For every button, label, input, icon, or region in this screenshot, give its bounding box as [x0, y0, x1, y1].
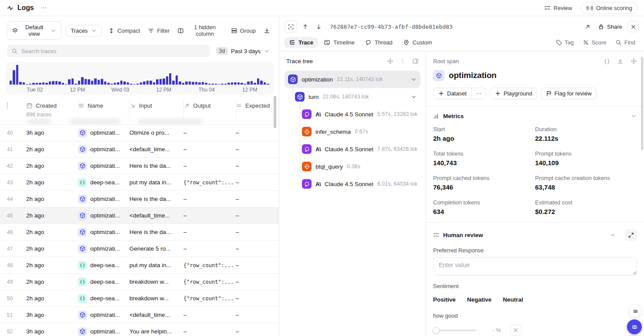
- range-badge: 3d: [216, 47, 228, 55]
- tree-item-infer-schema[interactable]: infer_schema0.67s: [285, 123, 420, 140]
- column-header-created[interactable]: Created896 traces: [26, 102, 78, 118]
- select-all-checkbox[interactable]: [7, 102, 8, 109]
- playground-button[interactable]: Playground: [490, 88, 537, 99]
- open-fullpage-button[interactable]: [583, 22, 593, 32]
- tag-button[interactable]: Tag: [552, 37, 577, 48]
- search-input[interactable]: [21, 48, 206, 54]
- move-icon[interactable]: [630, 58, 637, 64]
- prev-trace-button[interactable]: [300, 22, 310, 32]
- histogram-bar: [62, 83, 64, 85]
- review-button[interactable]: Review: [542, 3, 575, 13]
- column-header-name[interactable]: Name: [78, 102, 129, 109]
- histogram-bar: [185, 81, 187, 85]
- close-panel-button[interactable]: [627, 21, 639, 32]
- tree-item-claude-4-5-sonnet[interactable]: A\Claude 4.5 Sonnet6.01s, 64034 tok: [285, 175, 420, 193]
- tab-custom[interactable]: Custom: [399, 37, 437, 48]
- list-scrollbar[interactable]: [274, 96, 276, 128]
- table-row[interactable]: 482h ago()deep-sea...put my data in...{"…: [0, 257, 279, 273]
- export-button[interactable]: [262, 25, 272, 36]
- focus-trace-button[interactable]: [285, 20, 297, 33]
- group-button[interactable]: Group: [229, 25, 258, 36]
- tree-item-claude-4-5-sonnet[interactable]: A\Claude 4.5 Sonnet7.87s, 63426 tok: [285, 140, 420, 158]
- table-row[interactable]: 452h agooptimizati...<default_time...––: [0, 207, 279, 224]
- expand-review-button[interactable]: [625, 229, 637, 241]
- table-row[interactable]: 462h agooptimizati...Here is the da...––: [0, 224, 279, 240]
- human-review-section-header[interactable]: Human review: [433, 229, 637, 241]
- cube-icon: [288, 75, 298, 84]
- page-menu-button[interactable]: ⋯: [37, 2, 49, 14]
- floating-menu-button[interactable]: [629, 305, 642, 318]
- filter-button[interactable]: Filter: [146, 25, 171, 36]
- histogram-bar: [65, 84, 67, 85]
- span-name: btql_query: [315, 163, 343, 170]
- expand-all-icon[interactable]: [387, 58, 393, 64]
- tab-label: Thread: [375, 39, 393, 46]
- table-row[interactable]: 502h ago()deep-sea...breakdown w...{"row…: [0, 290, 279, 306]
- column-header-expected[interactable]: Expected: [236, 102, 272, 109]
- table-row[interactable]: 412h agooptimizati...<default_time...––: [0, 141, 279, 157]
- online-scoring-button[interactable]: Online scoring: [581, 2, 638, 14]
- checklist-icon: [433, 232, 440, 238]
- span-meta: 22.06s, 140743 tok: [322, 94, 407, 100]
- axis-tick-label: Wed 03: [112, 87, 129, 93]
- trace-histogram[interactable]: Tue 0212 PMWed 0312 PMThu 0412 PM: [5, 61, 274, 95]
- dataset-more-button[interactable]: ⋯: [471, 88, 486, 99]
- metrics-section-header[interactable]: Metrics: [433, 113, 637, 119]
- table-row[interactable]: 422h agooptimizati...Here is the da...––: [0, 157, 279, 174]
- chevron-down-icon[interactable]: [410, 94, 417, 100]
- flag-for-review-button[interactable]: Flag for review: [541, 88, 597, 99]
- assistant-fab[interactable]: [627, 319, 642, 334]
- score-button[interactable]: Score: [579, 37, 610, 48]
- table-row[interactable]: 432h ago()deep-sea...put my data in...{"…: [0, 174, 279, 190]
- share-button[interactable]: Share: [598, 24, 622, 30]
- histogram-bar: [195, 82, 197, 85]
- cube-icon: [78, 129, 87, 137]
- sentiment-positive[interactable]: Positive: [433, 295, 456, 305]
- histogram-bar: [85, 79, 87, 85]
- cube-icon: [78, 145, 87, 154]
- download-icon[interactable]: [617, 58, 624, 64]
- search-box[interactable]: [7, 45, 210, 57]
- next-trace-button[interactable]: [314, 22, 324, 32]
- preferred-response-input[interactable]: [433, 257, 637, 275]
- table-row[interactable]: 513h agooptimizati...<default_time...––: [0, 306, 279, 323]
- histogram-bar: [215, 84, 217, 85]
- tree-item-btql-query[interactable]: btql_query0.36s: [285, 158, 420, 175]
- table-row[interactable]: 492h ago()deep-sea...breakdown w...{"row…: [0, 273, 279, 290]
- json-view-button[interactable]: {}: [604, 58, 610, 64]
- collapse-panel-icon[interactable]: [412, 58, 419, 64]
- sentiment-negative[interactable]: Negative: [467, 295, 491, 305]
- tab-thread[interactable]: Thread: [361, 37, 397, 48]
- table-row[interactable]: 442h agooptimizati...Here is the da...––: [0, 190, 279, 207]
- column-header-output[interactable]: Output: [183, 102, 236, 109]
- tab-timeline[interactable]: Timeline: [319, 37, 359, 48]
- histogram-bar: [251, 81, 253, 85]
- cell-name: ()deep-sea...: [78, 278, 129, 286]
- find-button[interactable]: Find: [612, 37, 639, 48]
- table-row[interactable]: 523h agooptimizati...You are helpin...––: [0, 323, 279, 336]
- tab-trace[interactable]: Trace: [285, 37, 318, 48]
- date-range-selector[interactable]: 3d Past 3 days: [214, 46, 272, 56]
- table-row[interactable]: 403h agooptimizati...Otimize o pro...––: [0, 124, 279, 141]
- tree-item-optimization[interactable]: optimization22.11s, 140743 tok: [285, 71, 420, 88]
- table-row[interactable]: 472h agooptimizati...Generate 5 ro...––: [0, 240, 279, 257]
- detail-scrollbar[interactable]: [641, 57, 643, 150]
- tree-item-turn[interactable]: turn22.06s, 140743 tok: [285, 88, 420, 105]
- column-header-input[interactable]: Input: [129, 102, 183, 109]
- view-selector[interactable]: Default view: [7, 21, 61, 40]
- traces-selector[interactable]: Traces: [66, 25, 102, 37]
- score-slider[interactable]: [433, 327, 476, 334]
- tree-menu-icon[interactable]: [400, 58, 406, 64]
- histogram-bar: [10, 81, 12, 85]
- clear-score-button[interactable]: [510, 324, 522, 336]
- slider-thumb[interactable]: [433, 327, 440, 334]
- tree-item-claude-4-5-sonnet[interactable]: A\Claude 4.5 Sonnet5.57s, 13283 tok: [285, 105, 420, 123]
- sentiment-neutral[interactable]: Neutral: [503, 295, 523, 305]
- add-to-dataset-button[interactable]: Dataset: [434, 88, 471, 99]
- hidden-columns-button[interactable]: 1 hidden column: [176, 22, 225, 39]
- chevron-down-icon[interactable]: [410, 76, 417, 83]
- compact-toggle[interactable]: Compact: [106, 25, 142, 36]
- axis-tick-label: 12 PM: [242, 87, 258, 93]
- cube-icon: [78, 311, 87, 319]
- cell-name: ()deep-sea...: [78, 261, 129, 270]
